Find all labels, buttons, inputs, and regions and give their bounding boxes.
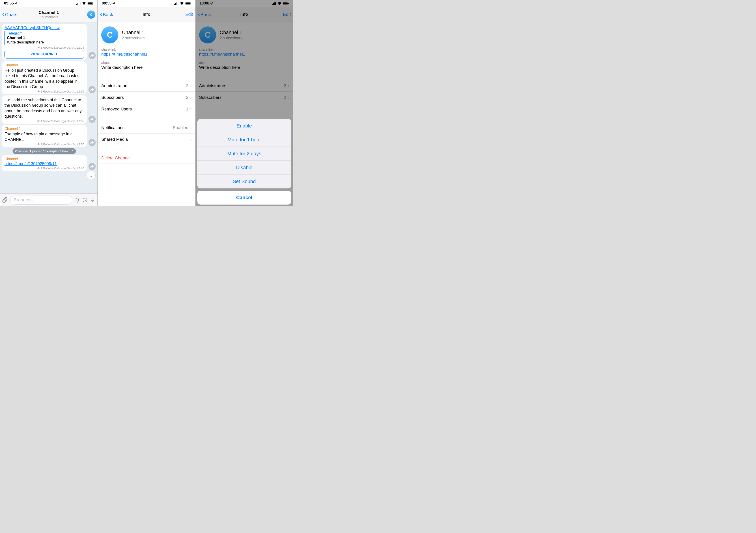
message-bubble[interactable]: AAAAAFRCorvpLSKTHQmi_w Telegram Channel … [2,24,87,60]
shared-media-row[interactable]: Shared Media› [98,133,195,145]
action-sheet: Enable Mute for 1 hour Mute for 2 days D… [197,119,291,205]
message-sender: Channel 1 [5,127,84,131]
chevron-left-icon: ‹ [2,11,4,18]
schedule-icon[interactable] [82,197,88,203]
signal-icon [174,2,179,5]
subscribers-row[interactable]: Subscribers2› [98,92,195,103]
message-bubble[interactable]: Channel 1 Example of how to pin a messag… [2,125,87,147]
info-screen: 09:55 ‹Back Info Edit C Channel 1 2 subs… [98,0,195,206]
message-text: I will add the subscribers of this Chann… [5,97,84,119]
message-meta: 👁1 Roberta Dal Lago Garcia, 12:50 [5,143,84,146]
location-icon [14,2,17,5]
broadcast-input[interactable]: Broadcast [10,196,72,205]
set-sound-option[interactable]: Set Sound [197,175,291,188]
wifi-icon [180,2,184,5]
message-meta: 👁1 Roberta Dal Lago Garcia, 15:10 [5,167,84,170]
forward-icon[interactable] [89,86,95,93]
svg-rect-14 [185,2,190,5]
forward-icon[interactable] [89,139,95,146]
sharelink-label: share link [98,46,195,51]
battery-icon [185,2,191,5]
forward-icon[interactable] [89,116,95,123]
mic-icon[interactable] [90,197,95,203]
svg-rect-10 [176,3,176,5]
chevron-right-icon: › [190,95,192,100]
status-time: 09:55 [4,1,14,6]
message-text: Hello I just created a Discussion Group … [5,68,84,89]
channel-title: Channel 1 [122,30,145,35]
back-label: Chats [5,12,17,17]
channel-sub: 2 subscribers [122,36,145,40]
mute-2-days-option[interactable]: Mute for 2 days [197,147,291,161]
svg-rect-11 [176,2,177,5]
nav-bar: ‹ Chats Channel 1 2 subscribers c [0,7,97,22]
svg-rect-3 [80,2,80,5]
status-bar: 09:55 [0,0,97,7]
message-link[interactable]: AAAAAFRCorvpLSKTHQmi_w [5,26,84,30]
mute-1-hour-option[interactable]: Mute for 1 hour [197,133,291,147]
info-header: C Channel 1 2 subscribers [98,22,195,46]
channel-avatar[interactable]: c [87,11,95,18]
message-bubble[interactable]: I will add the subscribers of this Chann… [2,96,87,124]
sharelink-value[interactable]: https://t.me/thischannel1 [98,51,195,60]
notifications-row[interactable]: NotificationsEnabled› [98,122,195,133]
message-sender: Channel 1 [5,63,84,67]
link-embed: Telegram Channel 1 Write description her… [5,31,84,44]
service-message: Channel 1 pinned "Example of how ..." [2,148,87,154]
mute-icon[interactable] [75,197,80,203]
svg-rect-5 [88,2,92,5]
message-bubble[interactable]: Channel 1 https://t.me/c/1307925099/11 👁… [2,155,87,171]
message-meta: 👁1 Roberta Dal Lago Garcia, 11:26 [5,46,84,49]
message-text: Example of how to pin a message in a CHA… [5,131,84,142]
wifi-icon [82,2,86,5]
chevron-right-icon: › [190,125,192,130]
administrators-row[interactable]: Administrators2› [98,80,195,92]
svg-rect-15 [191,3,191,4]
sheet-options: Enable Mute for 1 hour Mute for 2 days D… [197,119,291,188]
chevron-right-icon: › [190,106,192,112]
info-screen-sheet: 10:08 ‹Back Info Edit C Channel 1 2 subs… [196,0,293,206]
members-group: Administrators2› Subscribers2› Removed U… [98,80,195,115]
forward-icon[interactable] [89,52,95,59]
removed-users-row[interactable]: Removed Users1› [98,103,195,115]
edit-button[interactable]: Edit [185,12,193,17]
messages-list[interactable]: AAAAAFRCorvpLSKTHQmi_w Telegram Channel … [0,22,97,193]
svg-rect-0 [76,4,77,5]
attach-icon[interactable] [2,197,8,203]
embed-desc: Write description here [7,40,84,44]
view-channel-button[interactable]: VIEW CHANNEL [5,50,84,59]
back-label: Back [103,12,113,17]
disable-option[interactable]: Disable [197,161,291,175]
nav-title: Info [120,12,173,17]
delete-channel-row[interactable]: Delete Channel [98,152,195,164]
signal-icon [76,2,81,5]
message-meta: 👁1 Roberta Dal Lago Garcia, 11:38 [5,120,84,123]
svg-rect-9 [174,4,175,5]
nav-bar: ‹Back Info Edit [98,7,195,22]
battery-icon [87,2,94,5]
message-meta: 👁1 Roberta Dal Lago Garcia, 11:36 [5,90,84,93]
chevron-right-icon: › [190,83,192,88]
svg-rect-8 [92,198,93,201]
svg-rect-2 [79,2,79,5]
info-body: C Channel 1 2 subscribers share link htt… [98,22,195,206]
scroll-down-button[interactable]: ⌄ [87,171,95,180]
about-value: Write description here [98,65,195,73]
cancel-button[interactable]: Cancel [197,191,291,205]
svg-rect-12 [177,2,178,5]
enable-option[interactable]: Enable [197,119,291,133]
svg-rect-1 [77,3,78,5]
message-sender: Channel 1 [5,157,84,161]
back-button[interactable]: ‹ Chats [2,11,17,18]
about-label: about [98,60,195,65]
settings-group: NotificationsEnabled› Shared Media› [98,122,195,145]
forward-icon[interactable] [89,163,95,170]
chat-screen: 09:55 ‹ Chats Channel 1 2 subscribers c … [0,0,98,206]
status-time: 09:55 [102,1,111,6]
channel-avatar[interactable]: C [101,26,118,43]
location-icon [113,2,115,5]
back-button[interactable]: ‹Back [100,11,113,18]
message-link[interactable]: https://t.me/c/1307925099/11 [5,161,84,166]
message-bubble[interactable]: Channel 1 Hello I just created a Discuss… [2,61,87,94]
embed-name: Channel 1 [7,36,84,40]
